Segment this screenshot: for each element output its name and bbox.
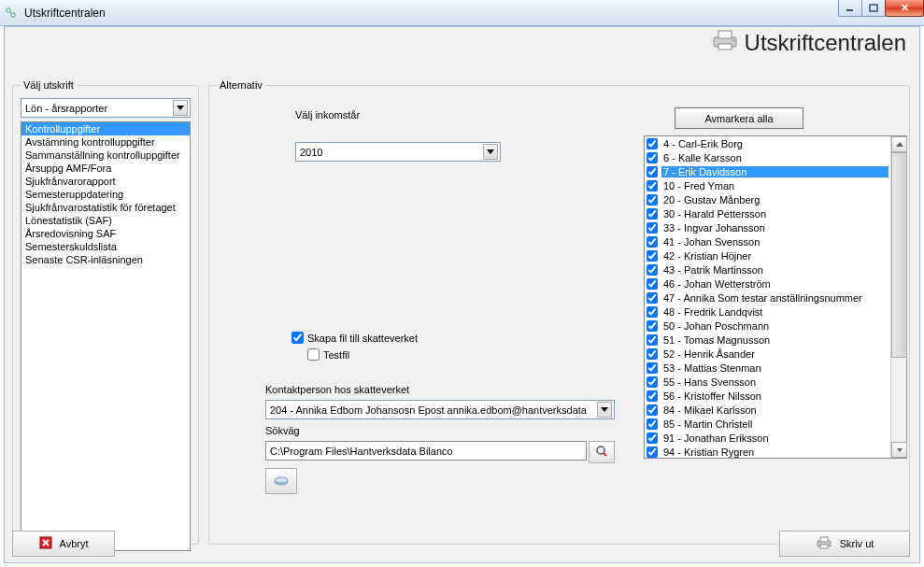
employee-row[interactable]: 84 - Mikael Karlsson: [645, 403, 890, 417]
report-list-item[interactable]: Kontrolluppgifter: [21, 122, 190, 135]
employee-label: 46 - Johan Wetterström: [661, 278, 888, 290]
create-file-input[interactable]: [291, 332, 304, 344]
employee-row[interactable]: 50 - Johan Poschmann: [645, 319, 890, 333]
employee-checkbox[interactable]: [647, 432, 658, 444]
testfile-label: Testfil: [323, 349, 349, 361]
employee-checkbox[interactable]: [647, 166, 658, 177]
report-category-dropdown[interactable]: Lön - årsrapporter: [21, 98, 191, 118]
employee-label: 52 - Henrik Åsander: [661, 348, 888, 360]
employee-row[interactable]: 55 - Hans Svensson: [645, 375, 890, 389]
contact-dropdown[interactable]: 204 - Annika Edbom Johansosn Epost annik…: [265, 400, 615, 419]
employee-checkbox[interactable]: [647, 306, 658, 318]
employee-row[interactable]: 4 - Carl-Erik Borg: [645, 136, 890, 150]
app-icon: [4, 6, 19, 21]
employee-row[interactable]: 46 - Johan Wetterström: [645, 276, 890, 291]
cancel-label: Avbryt: [60, 538, 89, 549]
employee-label: 47 - Annika Som testar anställningsnumme…: [661, 292, 888, 304]
employee-row[interactable]: 33 - Ingvar Johansson: [645, 220, 890, 234]
report-listbox[interactable]: KontrolluppgifterAvstämning kontrolluppg…: [21, 121, 191, 551]
employee-list-body[interactable]: 4 - Carl-Erik Borg6 - Kalle Karsson7 - E…: [645, 136, 890, 458]
employee-row[interactable]: 51 - Tomas Magnusson: [645, 333, 890, 347]
report-list-item[interactable]: Senaste CSR-inläsningen: [21, 253, 190, 266]
report-list-item[interactable]: Avstämning kontrolluppgifter: [21, 135, 190, 149]
employee-checkbox[interactable]: [647, 278, 658, 290]
employee-row[interactable]: 85 - Martin Christell: [645, 417, 890, 431]
report-list-item[interactable]: Sjukfrånvarostatistik för företaget: [21, 201, 190, 214]
disk-icon: [273, 474, 290, 489]
employee-checkbox[interactable]: [647, 152, 658, 163]
employee-checkbox[interactable]: [647, 236, 658, 248]
employee-checkbox[interactable]: [647, 194, 658, 206]
year-dropdown[interactable]: 2010: [295, 142, 501, 162]
scroll-thumb[interactable]: [891, 152, 907, 358]
employee-checkbox[interactable]: [647, 208, 658, 220]
contact-value: 204 - Annika Edbom Johansosn Epost annik…: [270, 404, 587, 416]
employee-checkbox[interactable]: [647, 390, 658, 402]
employee-row[interactable]: 43 - Patrik Martinsson: [645, 262, 890, 276]
employee-checkbox[interactable]: [647, 376, 658, 388]
maximize-button[interactable]: [861, 0, 886, 17]
employee-checkbox[interactable]: [647, 222, 658, 234]
employee-row[interactable]: 47 - Annika Som testar anställningsnumme…: [645, 291, 890, 305]
testfile-input[interactable]: [307, 348, 320, 361]
employee-row[interactable]: 42 - Kristian Höjner: [645, 248, 890, 262]
employee-row[interactable]: 53 - Mattias Stenman: [645, 361, 890, 375]
deselect-all-button[interactable]: Avmarkera alla: [675, 107, 803, 129]
left-legend: Välj utskrift: [21, 79, 77, 91]
employee-label: 4 - Carl-Erik Borg: [661, 138, 888, 149]
employee-row[interactable]: 56 - Kristoffer Nilsson: [645, 389, 890, 403]
report-list-item[interactable]: Årsredovisning SAF: [21, 227, 190, 240]
create-file-checkbox[interactable]: Skapa fil till skatteverket: [291, 332, 418, 344]
minimize-button[interactable]: [838, 0, 862, 17]
print-button[interactable]: Skriv ut: [779, 531, 910, 557]
svg-point-12: [275, 477, 288, 483]
employee-row[interactable]: 91 - Jonathan Eriksson: [645, 431, 890, 445]
svg-point-8: [732, 39, 734, 41]
employee-checkbox[interactable]: [647, 320, 658, 332]
employee-checkbox[interactable]: [647, 362, 658, 374]
scrollbar[interactable]: [890, 136, 906, 458]
report-list-item[interactable]: Sammanställning kontrolluppgifter: [21, 149, 190, 162]
employee-checkbox[interactable]: [647, 292, 658, 304]
report-list-item[interactable]: Lönestatistik (SAF): [21, 214, 190, 227]
window-title: Utskriftcentralen: [24, 7, 106, 20]
report-list-item[interactable]: Semesteruppdatering: [21, 188, 190, 201]
employee-row[interactable]: 20 - Gustav Månberg: [645, 192, 890, 206]
path-input[interactable]: [265, 441, 587, 461]
cancel-button[interactable]: Avbryt: [12, 531, 115, 557]
save-file-button[interactable]: [265, 468, 297, 494]
employee-checkbox[interactable]: [647, 334, 658, 346]
employee-row[interactable]: 41 - Johan Svensson: [645, 234, 890, 248]
employee-checkbox[interactable]: [647, 404, 658, 416]
printer-icon: [816, 536, 832, 551]
employee-row[interactable]: 52 - Henrik Åsander: [645, 347, 890, 361]
report-list-item[interactable]: Semesterskuldslista: [21, 240, 190, 253]
window-buttons: ✕: [839, 0, 924, 17]
employee-row[interactable]: 48 - Fredrik Landqvist: [645, 305, 890, 319]
employee-label: 7 - Erik Davidsson: [661, 166, 888, 177]
employee-checkbox[interactable]: [647, 447, 658, 458]
employee-label: 20 - Gustav Månberg: [661, 194, 888, 206]
create-file-label: Skapa fil till skatteverket: [307, 333, 418, 344]
printer-icon: [711, 29, 739, 57]
employee-row[interactable]: 94 - Kristian Rygren: [645, 445, 890, 458]
close-button[interactable]: ✕: [885, 0, 924, 17]
report-list-item[interactable]: Årsuppg AMF/Fora: [21, 162, 190, 175]
employee-checkbox[interactable]: [647, 348, 658, 360]
employee-row[interactable]: 10 - Fred Yman: [645, 178, 890, 192]
employee-row[interactable]: 30 - Harald Pettersson: [645, 206, 890, 220]
employee-row[interactable]: 7 - Erik Davidsson: [645, 164, 890, 178]
testfile-checkbox[interactable]: Testfil: [307, 348, 349, 361]
report-list-item[interactable]: Sjukfrånvarorapport: [21, 175, 190, 188]
employee-checkbox[interactable]: [647, 180, 658, 191]
employee-row[interactable]: 6 - Kalle Karsson: [645, 150, 890, 164]
employee-checkbox[interactable]: [647, 264, 658, 276]
browse-button[interactable]: [589, 441, 615, 463]
employee-checkbox[interactable]: [647, 418, 658, 430]
deselect-all-label: Avmarkera alla: [704, 113, 773, 124]
scroll-down-button[interactable]: [891, 442, 907, 458]
employee-checkbox[interactable]: [647, 250, 658, 262]
scroll-up-button[interactable]: [891, 136, 907, 152]
employee-checkbox[interactable]: [647, 138, 658, 149]
employee-label: 51 - Tomas Magnusson: [661, 334, 888, 346]
